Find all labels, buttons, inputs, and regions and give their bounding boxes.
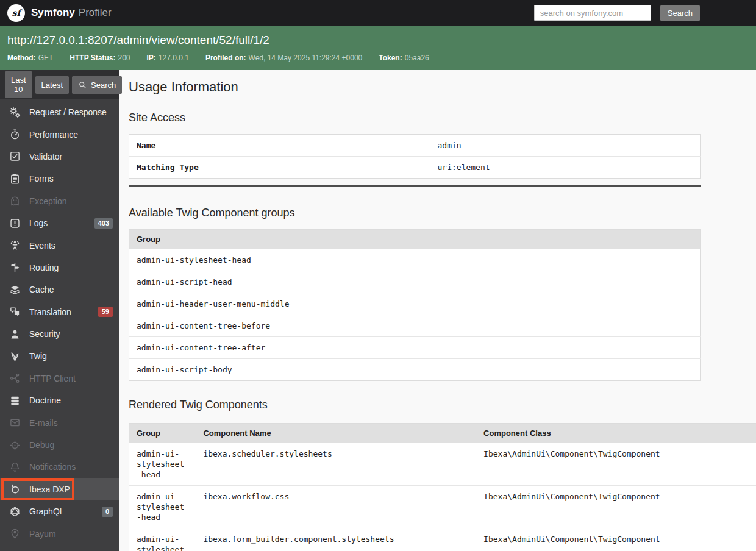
component-class: Ibexa\AdminUi\Component\TwigComponent <box>476 443 756 486</box>
component-group: admin-ui-stylesheet-head <box>129 486 196 528</box>
sidebar-item-graphql[interactable]: GraphQL0 <box>0 500 119 522</box>
table-row: admin-ui-header-user-menu-middle <box>129 293 701 315</box>
logs-count-badge: 403 <box>94 218 113 229</box>
group-name: admin-ui-content-tree-after <box>129 337 701 359</box>
sidebar-item-label: Validator <box>29 152 62 162</box>
group-name: admin-ui-content-tree-before <box>129 315 701 337</box>
button-label: Search <box>91 80 116 90</box>
component-name: ibexa.workflow.css <box>196 486 476 528</box>
symfony-search-input[interactable] <box>534 5 651 21</box>
sidebar-item-performance[interactable]: Performance <box>0 123 119 145</box>
meta-ip: IP:127.0.0.1 <box>146 54 188 62</box>
sidebar-item-label: HTTP Client <box>29 374 76 383</box>
meta-value: GET <box>38 54 54 62</box>
latest-button[interactable]: Latest <box>35 76 69 94</box>
table-row: admin-ui-stylesheet-headibexa.workflow.c… <box>129 486 756 528</box>
row-label: Name <box>129 135 430 157</box>
last-10-button[interactable]: Last 10 <box>5 71 32 98</box>
sidebar-item-exception: Exception <box>0 190 119 212</box>
meta-label: Method: <box>7 54 36 62</box>
sidebar-item-label: Payum <box>29 529 56 539</box>
component-class: Ibexa\AdminUi\Component\TwigComponent <box>476 486 756 528</box>
column-header-group: Group <box>129 424 196 444</box>
ibexa-logo-icon <box>9 483 21 496</box>
magnifier-icon <box>78 80 87 90</box>
meta-label: IP: <box>146 54 155 62</box>
plant-icon <box>9 350 21 362</box>
envelope-icon <box>9 417 21 429</box>
table-row: Matching Typeuri:element <box>129 157 701 179</box>
sidebar-item-label: Forms <box>29 174 54 183</box>
sidebar-item-doctrine[interactable]: Doctrine <box>0 389 119 411</box>
graphql-count-badge: 0 <box>102 507 113 517</box>
sidebar-item-ibexa-dxp[interactable]: Ibexa DXP <box>0 478 119 500</box>
sidebar-item-label: Twig <box>29 351 47 361</box>
clipboard-icon <box>9 172 21 185</box>
sidebar-toolbar: Last 10LatestSearch <box>0 70 119 99</box>
button-label: Last 10 <box>11 76 26 94</box>
column-header-component-name: Component Name <box>196 424 476 444</box>
group-name: admin-ui-script-head <box>129 271 701 293</box>
map-pin-icon <box>9 528 21 540</box>
speech-bubbles-icon <box>9 306 21 318</box>
request-meta: Method:GETHTTP Status:200IP:127.0.0.1Pro… <box>7 54 749 62</box>
meta-value: 05aa26 <box>405 54 429 62</box>
meta-method: Method:GET <box>7 54 53 62</box>
sidebar-item-forms[interactable]: Forms <box>0 168 119 190</box>
gears-icon <box>9 106 21 118</box>
section-divider <box>129 185 701 187</box>
stopwatch-icon <box>9 129 21 141</box>
sidebar-item-validator[interactable]: Validator <box>0 146 119 168</box>
meta-label: Token: <box>379 54 402 62</box>
component-group: admin-ui-stylesheet-head <box>129 528 196 551</box>
meta-label: HTTP Status: <box>70 54 115 62</box>
group-name: admin-ui-stylesheet-head <box>129 249 701 271</box>
table-row: admin-ui-stylesheet-headibexa.scheduler.… <box>129 443 756 486</box>
row-label: Matching Type <box>129 157 430 179</box>
request-status-bar: http://127.0.0.1:8207/admin/view/content… <box>0 26 756 70</box>
sidebar-item-label: Doctrine <box>29 396 61 405</box>
sidebar-item-label: E-mails <box>29 418 58 428</box>
ghost-icon <box>9 195 21 207</box>
column-header-component-class: Component Class <box>476 424 756 444</box>
top-bar: sf Symfony Profiler Search <box>0 0 756 26</box>
component-class: Ibexa\AdminUi\Component\TwigComponent <box>476 528 756 551</box>
table-row: admin-ui-content-tree-before <box>129 315 701 337</box>
sidebar-item-events[interactable]: Events <box>0 234 119 256</box>
sidebar-item-label: Exception <box>29 196 66 206</box>
sidebar-item-request-response[interactable]: Request / Response <box>0 101 119 123</box>
sidebar-item-twig[interactable]: Twig <box>0 345 119 367</box>
row-value: uri:element <box>430 157 701 179</box>
page-title: Usage Information <box>129 79 756 95</box>
layers-icon <box>9 283 21 296</box>
search-button[interactable]: Search <box>72 76 122 94</box>
network-nodes-icon <box>9 372 21 385</box>
exclamation-square-icon <box>9 217 21 229</box>
sidebar-item-label: Logs <box>29 218 48 228</box>
broadcast-icon <box>9 240 21 252</box>
meta-label: Profiled on: <box>205 54 246 62</box>
table-row: admin-ui-script-body <box>129 359 701 381</box>
sidebar-item-label: Request / Response <box>29 107 107 117</box>
sidebar-item-logs[interactable]: Logs403 <box>0 212 119 234</box>
request-url: http://127.0.0.1:8207/admin/view/content… <box>7 34 749 47</box>
symfony-search-button[interactable]: Search <box>660 5 700 21</box>
sidebar-item-label: Performance <box>29 130 78 140</box>
sidebar-item-routing[interactable]: Routing <box>0 257 119 279</box>
site-access-table: NameadminMatching Typeuri:element <box>129 134 701 179</box>
graphql-icon <box>9 505 21 517</box>
table-row: admin-ui-script-head <box>129 271 701 293</box>
sidebar-item-cache[interactable]: Cache <box>0 279 119 300</box>
column-header-group: Group <box>129 230 701 250</box>
component-name: ibexa.form_builder.component.stylesheets <box>196 528 476 551</box>
sidebar-item-security[interactable]: Security <box>0 323 119 345</box>
group-name: admin-ui-script-body <box>129 359 701 381</box>
table-row: admin-ui-stylesheet-head <box>129 249 701 271</box>
table-row: admin-ui-stylesheet-headibexa.form_build… <box>129 528 756 551</box>
sidebar-item-label: Notifications <box>29 462 76 472</box>
sidebar-item-translation[interactable]: Translation59 <box>0 301 119 323</box>
main-content: Usage Information Site Access NameadminM… <box>119 70 756 551</box>
crosshair-icon <box>9 439 21 451</box>
person-icon <box>9 328 21 340</box>
symfony-logo-icon: sf <box>7 4 25 22</box>
